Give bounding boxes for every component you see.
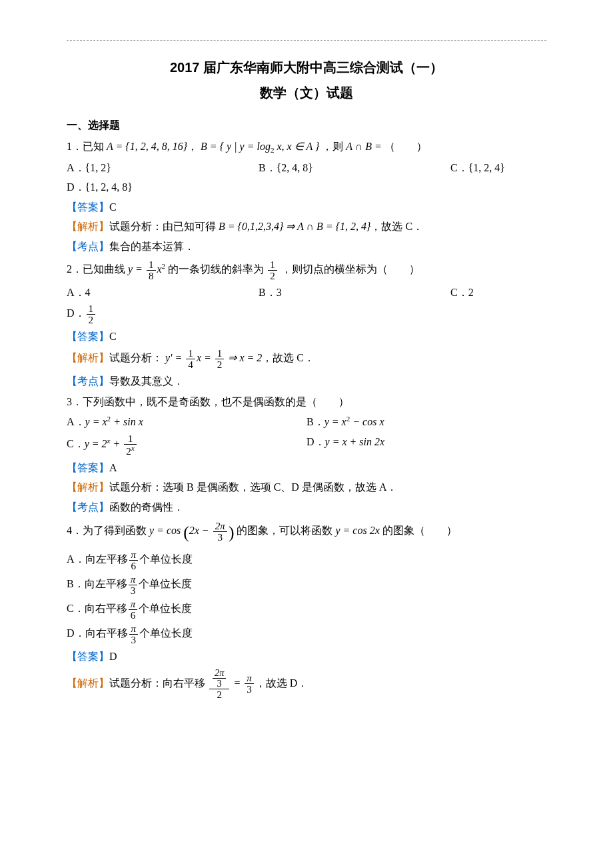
q1-blank: （ ）: [384, 141, 427, 152]
q4-optA-pre: A．向左平移: [67, 554, 128, 565]
q2-f2d: 2: [268, 271, 277, 281]
q3-optA-m: y = x: [85, 416, 107, 427]
topic-tag: 【考点】: [67, 501, 109, 513]
q2-x: x: [157, 263, 162, 275]
q1-explanation: 【解析】试题分析：由已知可得 B = {0,1,2,3,4} ⇒ A ∩ B =…: [67, 218, 546, 235]
answer-tag: 【答案】: [67, 201, 109, 213]
q1-optC-txt: C．{1, 2, 4}: [450, 162, 505, 173]
page-title-2: 数学（文）试题: [67, 82, 546, 103]
explain-tag: 【解析】: [67, 221, 109, 232]
q4-optB-tail: 个单位长度: [139, 578, 192, 589]
q1-optC: C．{1, 2, 4}: [450, 159, 546, 177]
q2-kp-txt: 导数及其意义．: [109, 375, 184, 387]
q4-optB: B．向左平移π3个单位长度: [67, 574, 546, 596]
q4-exp-pre: 试题分析：向右平移: [109, 677, 205, 688]
q4-exp-rfrac: π3: [245, 673, 254, 695]
q2-topic: 【考点】导数及其意义．: [67, 373, 546, 390]
q4-exp-tail: ，故选 D．: [255, 677, 308, 688]
q2-ef1d: 4: [186, 359, 195, 370]
q3-kp-txt: 函数的奇偶性．: [109, 501, 184, 513]
q2-mid1: 的一条切线的斜率为: [168, 263, 264, 275]
q1-kp-txt: 集合的基本运算．: [109, 241, 195, 252]
q2-f1d: 8: [147, 271, 156, 281]
q3-stem: 3．下列函数中，既不是奇函数，也不是偶函数的是（ ）: [67, 393, 546, 411]
q2-sup2: 2: [162, 261, 166, 269]
q4-optA-n: π: [131, 549, 137, 560]
q1-inter: A ∩ B =: [346, 141, 382, 152]
q4-optC-frac: π6: [129, 599, 138, 621]
q4-optB-frac: π3: [129, 574, 138, 596]
q4-optC-tail: 个单位长度: [139, 603, 192, 614]
q4-tail: 的图象（ ）: [382, 525, 457, 536]
q4-exp-rn: π: [247, 672, 252, 683]
q1-optB: B．{2, 4, 8}: [259, 159, 450, 177]
q2-f2n: 1: [268, 259, 277, 271]
page-title-1: 2017 届广东华南师大附中高三综合测试（一）: [67, 57, 546, 78]
q2-exp-xeq: x =: [197, 352, 211, 363]
q1-topic: 【考点】集合的基本运算．: [67, 238, 546, 255]
q4-optD-d: 3: [129, 635, 139, 645]
q1-exp-tail: ，故选 C．: [370, 221, 423, 232]
q4-exp-bigden: 2: [209, 689, 229, 700]
q4-optA-tail: 个单位长度: [139, 554, 193, 565]
q2-options: A．4 B．3 C．2: [67, 284, 546, 301]
q4-optC-d: 6: [129, 610, 138, 621]
q4-exp-in-top: 2π: [215, 667, 224, 678]
q4-optA-frac: π6: [129, 549, 139, 571]
q4-in: 2π: [215, 520, 225, 531]
q4-answer: 【答案】D: [67, 648, 546, 665]
q2-ans-val: C: [109, 331, 117, 342]
q3-optC-frac: 12x: [124, 433, 136, 457]
answer-tag: 【答案】: [67, 651, 109, 662]
q1-setB-pre: B = { y | y = log: [201, 141, 271, 152]
q2-frac1: 18: [147, 259, 156, 281]
top-divider: [67, 40, 546, 41]
q4-exp-bignum: 2π3: [209, 668, 229, 689]
q4-y: y = cos: [149, 525, 181, 536]
answer-tag: 【答案】: [67, 331, 109, 342]
q3-explanation: 【解析】试题分析：选项 B 是偶函数，选项 C、D 是偶函数，故选 A．: [67, 479, 546, 496]
q2-optB: B．3: [259, 284, 450, 301]
question-4: 4．为了得到函数 y = cos (2x − 2π3) 的图象，可以将函数 y …: [67, 519, 546, 699]
q3-ans-val: A: [109, 462, 117, 473]
q1-text: 1．已知: [67, 141, 104, 152]
q4-pre: 4．为了得到函数: [67, 525, 147, 536]
q2-pre: 2．已知曲线: [67, 263, 125, 275]
q3-optC: C．y = 2x + 12x: [67, 433, 306, 457]
q2-exp-arrow: ⇒ x = 2: [228, 352, 262, 363]
q2-optC: C．2: [450, 284, 546, 301]
q2-explanation: 【解析】试题分析： y' = 14x = 12 ⇒ x = 2，故选 C．: [67, 348, 546, 370]
q3-optC-num: 1: [124, 433, 136, 445]
q2-ef2n: 1: [215, 348, 225, 359]
q4-optD-frac: π3: [129, 623, 139, 645]
q3-optD-m: y = x + sin 2x: [325, 436, 385, 447]
explain-tag: 【解析】: [67, 481, 109, 493]
q4-exp-eq: =: [233, 677, 241, 688]
q4-optC-pre: C．向右平移: [67, 603, 127, 614]
q1-options: A．{1, 2} B．{2, 4, 8} C．{1, 2, 4}: [67, 159, 546, 177]
q2-ef2d: 2: [215, 359, 225, 370]
q2-y: y =: [128, 263, 143, 275]
q2-exp-f1: 14: [186, 348, 195, 370]
q1-setB-tail: x, x ∈ A }: [274, 141, 319, 152]
q3-topic: 【考点】函数的奇偶性．: [67, 499, 546, 516]
explain-tag: 【解析】: [67, 352, 109, 363]
q1-exp-math: B = {0,1,2,3,4} ⇒ A ∩ B = {1, 2, 4}: [219, 221, 370, 232]
q1-sep2: ，则: [322, 141, 343, 152]
q2-exp-pre: 试题分析：: [109, 352, 163, 363]
q2-f1n: 1: [147, 259, 156, 271]
q1-optB-txt: B．{2, 4, 8}: [259, 162, 313, 173]
q3-optC-denx: x: [131, 445, 135, 452]
q4-mid: 的图象，可以将函数: [237, 525, 332, 536]
q3-optC-den: 2x: [124, 445, 136, 457]
q3-optC-den2: 2: [126, 445, 131, 457]
q4-inner-frac: 2π3: [213, 521, 227, 543]
section-heading: 一、选择题: [67, 117, 546, 134]
q3-optC-plus: +: [111, 438, 123, 449]
q4-exp-bigfrac: 2π3 2: [209, 668, 229, 700]
q3-optC-pre: C．: [67, 438, 85, 449]
q2-exp-tail: ，故选 C．: [262, 352, 314, 363]
q3-optA-t: + sin x: [111, 416, 143, 427]
q3-optA-pre: A．: [67, 416, 85, 427]
topic-tag: 【考点】: [67, 241, 109, 252]
